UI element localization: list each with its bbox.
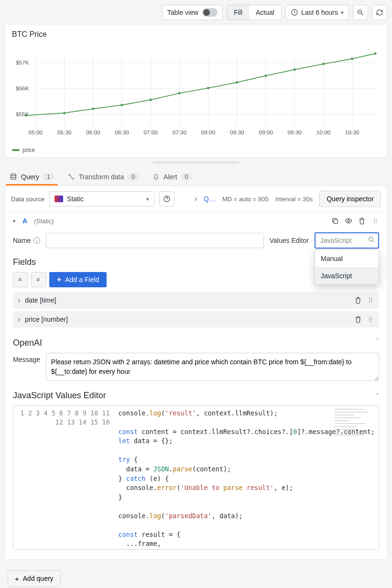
field-row[interactable]: date [time] [13,292,379,308]
expand-all-button[interactable]: » [31,272,46,287]
eye-icon[interactable] [345,217,352,225]
add-field-button[interactable]: + Add a Field [49,272,107,287]
svg-point-65 [371,319,372,320]
svg-point-67 [371,321,372,322]
time-range-label: Last 6 hours [301,9,338,16]
chevron-up-icon[interactable]: ˄ [376,392,379,399]
datasource-selected: Static [67,195,84,203]
svg-text:06:30: 06:30 [115,129,129,136]
query-collapse-toggle[interactable]: ▾ [13,218,16,224]
table-view-switch[interactable] [202,8,218,17]
svg-point-66 [369,321,370,322]
svg-point-34 [92,108,94,110]
table-view-toggle[interactable]: Table view [162,5,223,20]
line-chart[interactable]: $57K $56K $55K 05:00 05:30 06:00 06:30 0… [12,41,380,146]
trash-icon[interactable] [358,217,366,225]
fill-option[interactable]: Fill [227,5,249,20]
zoom-out-icon [357,9,364,16]
svg-point-50 [376,218,377,219]
md-meta: MD = auto = 805 [222,196,269,203]
clock-icon [291,9,298,16]
tab-transform[interactable]: Transform data 0 [66,169,140,185]
trash-icon[interactable] [354,316,362,323]
svg-point-62 [369,317,370,318]
chart-title: BTC Price [12,30,380,39]
svg-rect-72 [335,420,349,421]
database-icon [10,173,17,181]
svg-point-63 [371,317,372,318]
values-editor-dropdown: Manual JavaScript [315,250,379,285]
svg-point-58 [369,300,370,301]
refresh-button[interactable] [372,5,387,20]
svg-text:06:00: 06:00 [86,129,100,136]
svg-rect-73 [335,423,366,424]
svg-text:10:30: 10:30 [345,129,359,136]
chevron-right-icon[interactable] [18,315,20,324]
svg-rect-75 [335,429,359,430]
svg-point-57 [371,298,372,299]
actual-option[interactable]: Actual [249,5,281,20]
collapse-all-button[interactable]: « [13,272,28,287]
plus-icon: + [57,275,61,284]
zoom-out-button[interactable] [353,5,368,20]
svg-text:$56K: $56K [16,85,29,92]
search-icon [368,236,375,245]
trash-icon[interactable] [354,296,362,304]
chevron-up-icon[interactable]: ˄ [376,338,379,344]
svg-rect-68 [335,409,363,410]
chevron-right-icon[interactable] [18,296,20,305]
datasource-select[interactable]: Static ▾ [49,191,154,207]
svg-text:08:00: 08:00 [201,129,216,136]
datasource-icon [54,196,63,202]
svg-point-51 [374,220,375,221]
svg-text:$57K: $57K [16,59,29,66]
drag-handle-icon[interactable] [371,217,379,225]
svg-rect-77 [335,435,363,436]
tab-query[interactable]: Query 1 [9,169,55,185]
question-icon [163,195,171,203]
field-row[interactable]: price [number] [13,311,379,327]
svg-point-48 [348,220,349,222]
tab-query-label: Query [21,173,39,181]
field-label: date [time] [25,296,349,304]
svg-point-53 [374,222,375,223]
message-label: Message [13,353,40,363]
info-icon[interactable]: i [33,237,40,244]
query-options-link[interactable]: Q… [204,195,216,203]
drag-handle-icon[interactable] [367,296,374,304]
svg-point-41 [294,68,296,71]
query-inspector-button[interactable]: Query inspector [319,191,381,207]
drag-handle-icon[interactable] [367,316,374,323]
transform-icon [67,173,75,181]
svg-point-44 [374,53,377,55]
query-name-input[interactable] [46,233,263,248]
code-editor[interactable]: 1 2 3 4 5 6 7 8 9 10 11 12 13 14 15 16 c… [13,405,379,550]
query-type-label: (Static) [34,218,54,225]
resize-handle[interactable] [153,162,239,163]
svg-point-52 [376,220,377,221]
svg-rect-76 [335,432,351,433]
tab-alert-count: 0 [181,173,192,181]
svg-text:07:30: 07:30 [173,129,187,136]
values-editor-label: Values Editor [270,237,309,244]
query-ref-letter[interactable]: A [22,217,27,225]
fill-actual-segment[interactable]: Fill Actual [227,5,282,20]
tab-alert[interactable]: Alert 0 [151,169,193,185]
chevron-right-icon [195,195,197,203]
svg-point-56 [369,298,370,299]
time-range-picker[interactable]: Last 6 hours ▾ [285,5,349,20]
svg-point-37 [178,92,181,95]
svg-rect-69 [335,412,368,413]
add-query-button[interactable]: + Add query [8,570,61,587]
svg-point-43 [351,57,353,60]
openai-heading: OpenAI [13,333,42,348]
svg-text:05:30: 05:30 [57,129,72,136]
dropdown-option-manual[interactable]: Manual [315,250,379,267]
datasource-help-button[interactable] [159,191,174,207]
svg-point-45 [11,174,16,175]
dropdown-option-javascript[interactable]: JavaScript [315,267,379,284]
duplicate-icon[interactable] [331,217,339,225]
svg-point-64 [369,319,370,320]
openai-message-input[interactable] [46,353,379,381]
editor-minimap[interactable] [334,408,377,446]
